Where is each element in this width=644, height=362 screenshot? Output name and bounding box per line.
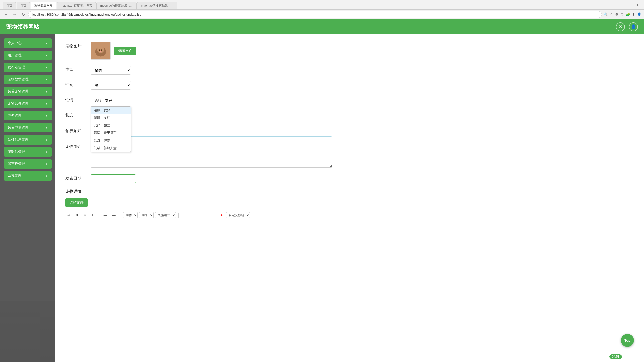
font-size-select[interactable]: 字号 — [139, 212, 154, 218]
sidebar-item-label-1: 用户管理 — [8, 53, 22, 58]
sidebar-item-3[interactable]: 宠物教学管理▼ — [4, 75, 52, 84]
user-icon[interactable]: 👤 — [629, 22, 638, 31]
gender-label: 性别 — [65, 81, 86, 87]
pet-detail-title: 宠物详情 — [65, 189, 82, 194]
undo-button[interactable]: ↩ — [65, 212, 72, 218]
editor-toolbar: ↩ B ↪ U — — 字体 字号 段落格式 ≣ ☰ ≣ ☰ A — [65, 210, 634, 218]
temperament-label: 性情 — [65, 96, 86, 103]
paragraph-format-select[interactable]: 段落格式 — [155, 212, 176, 218]
refresh-button[interactable]: ↻ — [20, 11, 27, 18]
select-file-button-2[interactable]: 选择文件 — [65, 198, 88, 207]
browser-tab-2[interactable]: 宠物领养网站 — [31, 2, 56, 9]
sidebar-item-label-2: 发布者管理 — [8, 65, 25, 70]
sidebar-item-10[interactable]: 留言板管理▼ — [4, 159, 52, 169]
browser-tab-1[interactable]: 首页 — [17, 2, 30, 9]
sidebar-arrow-8: ▼ — [45, 139, 48, 141]
sidebar-arrow-0: ▼ — [45, 42, 48, 45]
new-tab-button[interactable]: + — [634, 2, 641, 9]
sidebar-item-11[interactable]: 系统管理▼ — [4, 171, 52, 181]
sidebar-item-label-6: 类型管理 — [8, 113, 22, 118]
sidebar-item-9[interactable]: 感谢信管理▼ — [4, 147, 52, 157]
star-icon[interactable]: ☆ — [610, 12, 613, 16]
publish-date-input[interactable]: 2024-02-03 — [91, 174, 136, 183]
temperament-row: 性情 温顺、友好温顺、友好安静、独立活泼、善于撒币活泼、好奇礼貌、善解人意 — [65, 96, 634, 105]
address-bar[interactable]: localhost:8080/jspm2bs49/jsp/modules/lin… — [28, 11, 602, 18]
shield-icon[interactable]: 🛡 — [620, 12, 624, 16]
sidebar-item-1[interactable]: 用户管理▼ — [4, 51, 52, 60]
browser-tab-5[interactable]: maomao的搜索结果_百度图… — [137, 2, 177, 9]
autocomplete-item-4[interactable]: 活泼、好奇 — [91, 137, 131, 144]
redo-button[interactable]: ↪ — [82, 212, 88, 218]
sidebar-item-label-9: 感谢信管理 — [8, 150, 25, 154]
align-left-button[interactable]: ≣ — [181, 212, 188, 218]
nav-bar: ← → ↻ localhost:8080/jspm2bs49/jsp/modul… — [0, 10, 644, 19]
gender-control: 母 公 — [91, 81, 332, 90]
temperament-input[interactable] — [91, 96, 332, 105]
close-icon[interactable]: ✕ — [616, 22, 625, 31]
publish-date-label: 发布日期 — [65, 174, 86, 181]
strikethrough-button[interactable]: — — [102, 212, 109, 218]
header-icons: ✕ 👤 — [616, 22, 638, 31]
toolbar-divider-1 — [99, 213, 99, 218]
back-button[interactable]: ← — [3, 11, 10, 18]
autocomplete-item-0[interactable]: 温顺、友好 — [91, 107, 131, 114]
settings-icon[interactable]: ⚙ — [615, 12, 618, 16]
browser-tab-0[interactable]: 首页 — [3, 2, 16, 9]
type-select[interactable]: 猫类 狗类 鸟类 其他 — [91, 66, 131, 75]
pet-image-area: 选择文件 — [91, 42, 332, 60]
sidebar-item-5[interactable]: 宠物认领管理▼ — [4, 99, 52, 108]
download-icon[interactable]: ⬇ — [632, 12, 635, 16]
sidebar-item-label-11: 系统管理 — [8, 174, 22, 178]
autocomplete-item-2[interactable]: 安静、独立 — [91, 122, 131, 129]
type-row: 类型 猫类 狗类 鸟类 其他 — [65, 66, 634, 75]
sidebar-item-8[interactable]: 认领信息管理▼ — [4, 135, 52, 145]
underline-button[interactable]: U — [90, 212, 96, 218]
select-file-button[interactable]: 选择文件 — [114, 47, 136, 55]
autocomplete-item-1[interactable]: 温顺、友好 — [91, 114, 131, 122]
extension-icon[interactable]: 🧩 — [626, 12, 630, 16]
pet-intro-row: 宠物简介 — [65, 143, 634, 168]
sidebar-item-label-10: 留言板管理 — [8, 162, 25, 166]
sidebar-item-0[interactable]: 个人中心▼ — [4, 38, 52, 48]
adoption-notice-label: 领养须知 — [65, 127, 86, 134]
publish-date-control: 2024-02-03 — [91, 174, 332, 183]
adoption-notice-row: 领养须知 — [65, 127, 634, 137]
user-profile-icon[interactable]: 👤 — [637, 12, 641, 16]
justify-button[interactable]: ☰ — [206, 212, 213, 218]
pet-image-label: 宠物图片 — [65, 42, 86, 49]
status-label: 状态 — [65, 111, 86, 118]
sidebar-item-4[interactable]: 领养宠物管理▼ — [4, 87, 52, 96]
browser-tab-3[interactable]: maomao_百度图片搜索 — [57, 2, 96, 9]
app-title: 宠物领养网站 — [6, 23, 39, 31]
sidebar: 个人中心▼用户管理▼发布者管理▼宠物教学管理▼领养宠物管理▼宠物认领管理▼类型管… — [0, 34, 55, 362]
gender-select[interactable]: 母 公 — [91, 81, 131, 90]
forward-button[interactable]: → — [11, 11, 18, 18]
pet-intro-label: 宠物简介 — [65, 143, 86, 149]
sidebar-item-2[interactable]: 发布者管理▼ — [4, 63, 52, 72]
autocomplete-item-5[interactable]: 礼貌、善解人意 — [91, 144, 131, 152]
browser-tab-4[interactable]: maomao的搜索结果_百度图… — [96, 2, 137, 9]
sidebar-item-label-7: 领养申请管理 — [8, 125, 29, 130]
sidebar-item-label-3: 宠物教学管理 — [8, 77, 29, 82]
align-right-button[interactable]: ≣ — [198, 212, 205, 218]
zoom-icon[interactable]: 🔍 — [603, 12, 608, 16]
autocomplete-item-3[interactable]: 活泼、善于撒币 — [91, 129, 131, 137]
top-button[interactable]: Top — [621, 334, 634, 347]
bold-button[interactable]: B — [74, 212, 80, 218]
sidebar-item-7[interactable]: 领养申请管理▼ — [4, 123, 52, 132]
type-label: 类型 — [65, 66, 86, 72]
align-center-button[interactable]: ☰ — [189, 212, 196, 218]
font-family-select[interactable]: 字体 — [123, 212, 138, 218]
pet-image-row: 宠物图片 选择文件 — [65, 42, 634, 60]
sidebar-cat-decoration — [0, 301, 55, 362]
dash-button[interactable]: — — [110, 212, 118, 218]
sidebar-arrow-11: ▼ — [45, 175, 48, 177]
type-control: 猫类 狗类 鸟类 其他 — [91, 66, 332, 75]
svg-point-5 — [99, 49, 100, 51]
custom-heading-select[interactable]: 自定义标题 — [226, 212, 250, 218]
sidebar-item-label-4: 领养宠物管理 — [8, 89, 29, 94]
sidebar-item-label-5: 宠物认领管理 — [8, 101, 29, 106]
sidebar-arrow-10: ▼ — [45, 163, 48, 165]
sidebar-item-6[interactable]: 类型管理▼ — [4, 111, 52, 120]
color-button[interactable]: A — [219, 212, 225, 218]
